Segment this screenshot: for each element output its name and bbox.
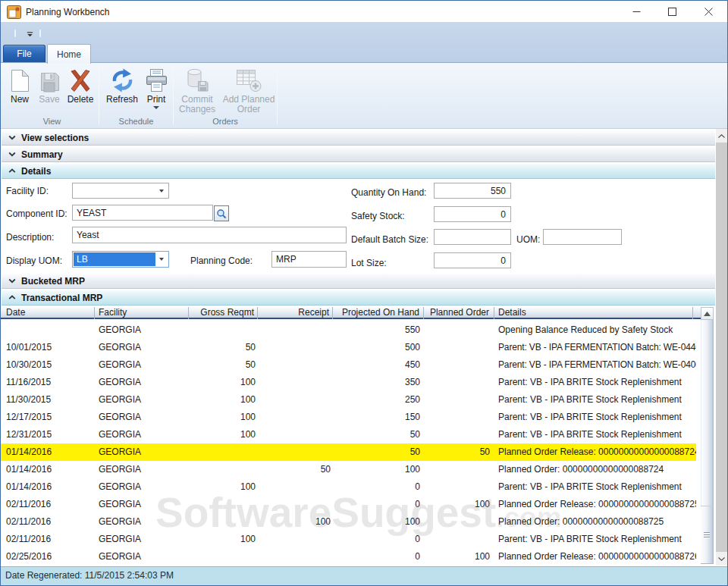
section-header-details[interactable]: Details — [2, 164, 715, 179]
table-cell: 100 — [333, 461, 424, 478]
maximize-icon — [668, 8, 676, 16]
table-row[interactable]: 01/14/2016GEORGIA1000Parent: VB - IPA BR… — [1, 478, 696, 496]
ribbon-button-commit-changes[interactable]: Commit Changes — [177, 65, 218, 114]
table-cell: 50 — [333, 426, 424, 443]
column-header-receipt[interactable]: Receipt — [258, 307, 333, 319]
uom-label: UOM: — [516, 234, 540, 245]
ribbon-group-separator — [173, 66, 174, 124]
table-row[interactable]: 12/17/2015GEORGIA100150Parent: VB - IPA … — [1, 409, 696, 426]
table-cell: Parent: VB - IPA BRITE Stock Replenishme… — [494, 374, 696, 391]
column-header-projected-on-hand[interactable]: Projected On Hand — [333, 307, 424, 319]
component-id-input[interactable]: YEAST — [72, 205, 213, 221]
qat-dropdown-icon[interactable] — [27, 31, 33, 37]
table-cell: GEORGIA — [95, 391, 189, 409]
section-header-summary[interactable]: Summary — [2, 147, 715, 162]
table-cell — [424, 409, 494, 426]
table-row[interactable]: 10/01/2015GEORGIA50500Parent: VB - IPA F… — [1, 339, 696, 356]
tab-file-label: File — [17, 49, 31, 59]
table-cell: GEORGIA — [95, 339, 189, 356]
ribbon-button-add-planned-order[interactable]: Add Planned Order — [222, 65, 275, 114]
qat-item-icon[interactable] — [14, 30, 16, 37]
pane-scroll-down-button[interactable] — [716, 552, 727, 566]
scroll-up-button[interactable] — [701, 307, 714, 320]
table-cell: GEORGIA — [95, 426, 189, 443]
table-row[interactable]: 02/11/2016GEORGIA0100Planned Order Relea… — [1, 496, 696, 513]
column-header-date[interactable]: Date — [1, 307, 95, 319]
table-cell: 12/31/2015 — [1, 426, 95, 443]
section-header-transactional-mrp[interactable]: Transactional MRP — [2, 290, 715, 306]
uom-input[interactable] — [543, 229, 622, 245]
gripper-line — [704, 534, 710, 535]
table-cell: 0 — [333, 496, 424, 513]
gripper-line — [704, 537, 710, 537]
facility-id-dropdown-button[interactable] — [155, 184, 168, 197]
table-cell: 100 — [189, 374, 258, 391]
display-uom-dropdown-button[interactable] — [155, 252, 168, 266]
table-row[interactable]: 12/31/2015GEORGIA10050Parent: VB - IPA B… — [1, 426, 696, 443]
table-cell: 01/14/2016 — [1, 478, 95, 496]
ribbon-button-save[interactable]: Save — [35, 65, 64, 105]
search-icon — [216, 208, 227, 219]
table-row[interactable]: GEORGIA550Opening Balance Reduced by Saf… — [1, 321, 696, 339]
table-row[interactable]: 11/30/2015GEORGIA100250Parent: VB - IPA … — [1, 391, 696, 409]
table-cell — [424, 513, 494, 531]
column-header-facility[interactable]: Facility — [95, 307, 189, 319]
icon-graphic — [110, 68, 135, 92]
ribbon-button-refresh[interactable]: Refresh — [104, 65, 140, 105]
scroll-up-arrow-icon — [718, 134, 725, 138]
component-search-button[interactable] — [214, 205, 229, 221]
close-button[interactable] — [695, 1, 721, 22]
chevron-down-icon — [8, 278, 16, 284]
table-cell: 11/30/2015 — [1, 391, 95, 409]
pane-scrollbar-thumb[interactable] — [716, 143, 727, 552]
table-cell: Parent: VB - IPA BRITE Stock Replenishme… — [494, 531, 696, 548]
table-row[interactable]: 02/11/2016GEORGIA100100Planned Order: 00… — [1, 513, 696, 531]
pane-scrollbar[interactable] — [716, 129, 727, 566]
column-header-details[interactable]: Details — [494, 307, 693, 319]
table-cell: 100 — [189, 426, 258, 443]
status-text: Date Regenerated: 11/5/2015 2:54:03 PM — [5, 570, 174, 581]
planning-code-input[interactable]: MRP — [271, 251, 347, 268]
default-batch-size-input[interactable] — [434, 229, 511, 245]
table-row[interactable]: 11/16/2015GEORGIA100350Parent: VB - IPA … — [1, 374, 696, 391]
table-cell: Parent: VB - IPA FERMENTATION Batch: WE-… — [494, 339, 696, 356]
ribbon-button-new[interactable]: New — [5, 65, 34, 105]
tab-home[interactable]: Home — [47, 44, 91, 64]
table-cell: 10/01/2015 — [1, 339, 95, 356]
pane-scroll-up-button[interactable] — [716, 129, 727, 143]
column-header-gross-reqmt[interactable]: Gross Reqmt — [189, 307, 258, 319]
maximize-button[interactable] — [659, 1, 685, 22]
scrollbar-thumb[interactable] — [701, 506, 714, 564]
section-header-view-selections[interactable]: View selections — [2, 130, 715, 146]
table-row[interactable]: 02/25/2016GEORGIA0100Planned Order Relea… — [1, 548, 696, 566]
ribbon-button-label: Add Planned Order — [222, 95, 275, 114]
icon-graphic — [68, 69, 93, 92]
ribbon-button-delete[interactable]: Delete — [64, 65, 96, 105]
safety-stock-label: Safety Stock: — [351, 211, 405, 221]
planning-code-value: MRP — [276, 254, 297, 265]
table-row[interactable]: 01/14/2016GEORGIA50100Planned Order: 000… — [1, 461, 696, 478]
section-header-bucketed-mrp[interactable]: Bucketed MRP — [2, 274, 715, 289]
table-cell — [258, 548, 333, 566]
table-row[interactable]: 02/11/2016GEORGIA1000Parent: VB - IPA BR… — [1, 531, 696, 548]
display-uom-dropdown[interactable]: LB — [72, 251, 169, 268]
minimize-button[interactable] — [623, 1, 649, 22]
facility-id-dropdown[interactable] — [72, 183, 169, 199]
table-scrollbar[interactable] — [701, 307, 714, 566]
column-header-planned-order[interactable]: Planned Order — [424, 307, 494, 319]
chevron-down-icon — [159, 258, 164, 261]
ribbon-button-print[interactable]: Print — [143, 65, 169, 109]
table-cell: 12/17/2015 — [1, 409, 95, 426]
qat-item-icon[interactable] — [39, 30, 41, 37]
table-header: Date Facility Gross Reqmt Receipt Projec… — [1, 307, 701, 319]
quantity-on-hand-input[interactable]: 550 — [434, 183, 511, 199]
table-row[interactable]: 10/30/2015GEORGIA50450Parent: VB - IPA F… — [1, 356, 696, 374]
lot-size-input[interactable]: 0 — [434, 252, 511, 268]
table-row[interactable]: 01/14/2016GEORGIA5050Planned Order Relea… — [1, 443, 696, 461]
ribbon-button-label: Delete — [67, 95, 94, 105]
display-uom-selected: LB — [74, 252, 155, 266]
tab-file[interactable]: File — [3, 45, 46, 62]
facility-id-label: Facility ID: — [6, 186, 49, 196]
description-input[interactable]: Yeast — [72, 227, 347, 243]
safety-stock-input[interactable]: 0 — [434, 206, 511, 222]
